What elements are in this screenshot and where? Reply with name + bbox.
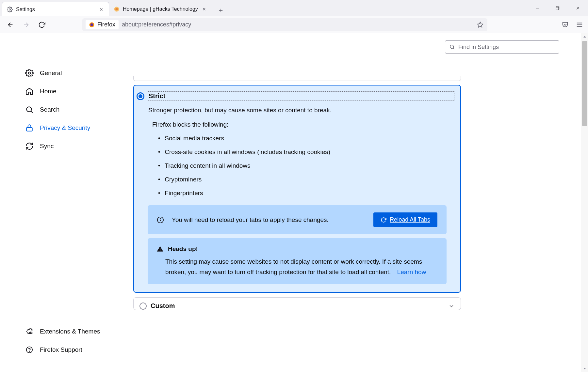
toolbar: Firefox about:preferences#privacy	[0, 16, 588, 33]
previous-option-collapsed[interactable]	[133, 76, 461, 81]
svg-point-6	[90, 23, 93, 26]
vertical-scrollbar[interactable]	[581, 33, 588, 372]
svg-rect-10	[26, 128, 32, 131]
gear-icon	[7, 7, 13, 12]
reload-button-label: Reload All Tabs	[390, 216, 430, 223]
svg-point-0	[9, 8, 11, 10]
sidebar-item-general[interactable]: General	[22, 64, 131, 82]
sidebar-item-search[interactable]: Search	[22, 101, 131, 119]
identity-box[interactable]: Firefox	[86, 20, 119, 29]
svg-rect-16	[160, 249, 160, 250]
sidebar-item-label: Firefox Support	[40, 346, 82, 353]
sidebar-item-label: Sync	[40, 143, 54, 150]
list-item: Social media trackers	[158, 132, 460, 145]
home-icon	[25, 87, 34, 96]
scroll-down-icon[interactable]	[581, 365, 588, 372]
tab-title: Settings	[16, 7, 95, 12]
svg-point-8	[28, 72, 31, 74]
svg-point-15	[160, 219, 161, 219]
sidebar-item-label: Privacy & Security	[40, 124, 90, 132]
svg-point-9	[26, 107, 31, 112]
list-item: Cross-site cookies in all windows (inclu…	[158, 145, 460, 159]
search-icon	[449, 44, 455, 50]
learn-how-link[interactable]: Learn how	[397, 269, 426, 275]
protection-strict-card: Strict Stronger protection, but may caus…	[133, 85, 461, 293]
puzzle-icon	[25, 327, 34, 336]
window-controls	[527, 0, 588, 16]
reload-button[interactable]	[35, 18, 48, 31]
reload-message: You will need to reload your tabs to app…	[172, 215, 366, 225]
identity-label: Firefox	[97, 21, 115, 28]
scrollbar-thumb[interactable]	[582, 41, 587, 126]
close-icon[interactable]	[98, 7, 104, 12]
custom-title: Custom	[151, 302, 175, 310]
tab-strip: Settings Homepage | gHacks Technology	[0, 0, 588, 16]
maximize-button[interactable]	[547, 0, 568, 16]
svg-point-12	[29, 351, 30, 351]
sidebar-item-extensions[interactable]: Extensions & Themes	[22, 322, 131, 341]
help-icon	[25, 345, 34, 354]
heads-up-title: Heads up!	[168, 245, 198, 253]
url-bar[interactable]: Firefox about:preferences#privacy	[82, 18, 487, 31]
list-item: Tracking content in all windows	[158, 159, 460, 173]
info-icon	[157, 216, 164, 224]
sidebar-item-privacy[interactable]: Privacy & Security	[22, 119, 131, 137]
sidebar-item-label: Home	[40, 88, 57, 95]
firefox-icon	[89, 22, 95, 28]
custom-radio[interactable]	[139, 302, 147, 310]
settings-main: Find in Settings Strict Stronger protect…	[131, 33, 588, 372]
sync-icon	[25, 142, 34, 151]
app-menu-icon[interactable]	[575, 20, 584, 29]
sidebar-item-support[interactable]: Firefox Support	[22, 341, 131, 359]
site-favicon-icon	[114, 6, 120, 12]
svg-point-17	[160, 250, 160, 251]
scroll-up-icon[interactable]	[581, 33, 588, 40]
minimize-button[interactable]	[527, 0, 547, 16]
chevron-down-icon	[448, 303, 455, 309]
pocket-icon[interactable]	[561, 20, 570, 29]
sidebar-item-sync[interactable]: Sync	[22, 137, 131, 155]
bookmark-star-icon[interactable]	[476, 21, 484, 29]
sidebar-item-label: General	[40, 70, 62, 77]
new-tab-button[interactable]	[215, 5, 227, 16]
url-text: about:preferences#privacy	[122, 21, 191, 28]
search-icon	[25, 105, 34, 114]
reload-notice: You will need to reload your tabs to app…	[148, 205, 447, 234]
sidebar-item-home[interactable]: Home	[22, 82, 131, 101]
blocks-label: Firefox blocks the following:	[134, 115, 460, 132]
gear-icon	[25, 69, 34, 78]
back-button[interactable]	[4, 18, 17, 31]
close-window-button[interactable]	[568, 0, 588, 16]
tab-settings[interactable]: Settings	[2, 2, 109, 16]
forward-button[interactable]	[20, 18, 33, 31]
warning-icon	[157, 246, 163, 252]
svg-marker-7	[478, 22, 483, 27]
reload-all-tabs-button[interactable]: Reload All Tabs	[373, 212, 437, 227]
strict-radio[interactable]	[137, 92, 144, 100]
search-placeholder: Find in Settings	[458, 44, 499, 51]
sidebar-item-label: Search	[40, 106, 59, 113]
svg-point-2	[115, 8, 118, 10]
settings-search-input[interactable]: Find in Settings	[445, 40, 559, 54]
list-item: Cryptominers	[158, 173, 460, 186]
svg-rect-4	[556, 7, 559, 10]
list-item: Fingerprinters	[158, 186, 460, 200]
heads-up-notice: Heads up! This setting may cause some we…	[148, 238, 447, 284]
protection-custom-card[interactable]: Custom	[133, 297, 461, 310]
reload-icon	[381, 217, 386, 223]
tab-ghacks[interactable]: Homepage | gHacks Technology	[109, 2, 212, 16]
svg-point-13	[450, 45, 454, 49]
close-icon[interactable]	[201, 6, 207, 12]
lock-icon	[25, 123, 34, 132]
heads-up-body: This setting may cause some websites to …	[165, 258, 422, 275]
sidebar-item-label: Extensions & Themes	[40, 328, 100, 335]
block-list: Social media trackers Cross-site cookies…	[134, 132, 460, 200]
strict-description: Stronger protection, but may cause some …	[134, 101, 460, 115]
strict-title: Strict	[149, 92, 165, 100]
settings-sidebar: General Home Search Privacy & Security S…	[0, 33, 131, 372]
tab-title: Homepage | gHacks Technology	[123, 6, 198, 12]
